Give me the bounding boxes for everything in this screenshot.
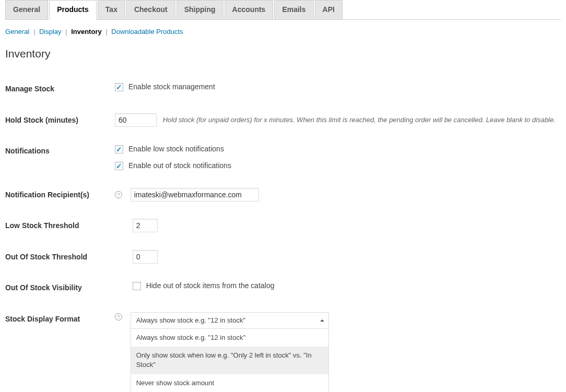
notification-recipient-input[interactable] (131, 188, 259, 201)
tab-api[interactable]: API (315, 0, 343, 20)
tab-general[interactable]: General (5, 0, 48, 20)
subtab-downloadable[interactable]: Downloadable Products (111, 28, 183, 35)
subtab-inventory[interactable]: Inventory (71, 28, 102, 35)
hide-out-of-stock-checkbox[interactable]: Hide out of stock items from the catalog (133, 281, 275, 291)
sub-tabs: General | Display | Inventory | Download… (5, 27, 561, 37)
stock-display-format-select[interactable]: Always show stock e.g. "12 in stock" Alw… (131, 312, 329, 392)
hold-stock-input[interactable] (115, 113, 157, 127)
low-stock-notification-checkbox[interactable]: Enable low stock notifications (115, 144, 561, 155)
select-option[interactable]: Never show stock amount (131, 374, 328, 392)
tab-checkout[interactable]: Checkout (126, 0, 175, 20)
label-out-visibility: Out Of Stock Visibility (5, 272, 115, 304)
checkbox-text: Enable out of stock notifications (128, 161, 231, 171)
label-recipients: Notification Recipient(s) (5, 180, 115, 211)
label-hold-stock: Hold Stock (minutes) (5, 105, 115, 136)
select-current-value[interactable]: Always show stock e.g. "12 in stock" (131, 313, 328, 329)
subtab-display[interactable]: Display (39, 28, 62, 35)
select-dropdown: Always show stock e.g. "12 in stock" Onl… (131, 329, 328, 392)
out-of-stock-threshold-input[interactable] (133, 250, 158, 264)
help-icon[interactable]: ? (115, 313, 122, 320)
tab-products[interactable]: Products (49, 0, 97, 20)
caret-up-icon (320, 319, 324, 322)
checkbox-icon (115, 83, 123, 91)
label-low-threshold: Low Stock Threshold (5, 210, 115, 242)
tab-accounts[interactable]: Accounts (225, 0, 274, 20)
label-notifications: Notifications (5, 136, 115, 179)
help-icon[interactable]: ? (115, 191, 122, 198)
enable-stock-management-checkbox[interactable]: Enable stock management (115, 82, 561, 92)
checkbox-icon (115, 162, 123, 170)
tab-tax[interactable]: Tax (98, 0, 125, 20)
checkbox-icon (115, 145, 123, 153)
select-option[interactable]: Only show stock when low e.g. "Only 2 le… (131, 347, 328, 374)
checkbox-text: Enable stock management (128, 82, 215, 92)
checkbox-icon (133, 282, 141, 290)
checkbox-text: Hide out of stock items from the catalog (146, 281, 275, 291)
label-out-threshold: Out Of Stock Threshold (5, 242, 115, 273)
tab-emails[interactable]: Emails (274, 0, 313, 20)
label-display-format: Stock Display Format (5, 304, 115, 392)
label-manage-stock: Manage Stock (5, 74, 115, 105)
subtab-general[interactable]: General (5, 28, 29, 35)
low-stock-threshold-input[interactable] (133, 219, 158, 232)
main-tabs: General Products Tax Checkout Shipping A… (5, 0, 561, 20)
page-title: Inventory (5, 46, 561, 61)
checkbox-text: Enable low stock notifications (128, 144, 224, 155)
hold-stock-description: Hold stock (for unpaid orders) for x min… (163, 116, 556, 124)
select-option[interactable]: Always show stock e.g. "12 in stock" (131, 329, 328, 347)
out-of-stock-notification-checkbox[interactable]: Enable out of stock notifications (115, 161, 561, 171)
tab-shipping[interactable]: Shipping (176, 0, 223, 20)
